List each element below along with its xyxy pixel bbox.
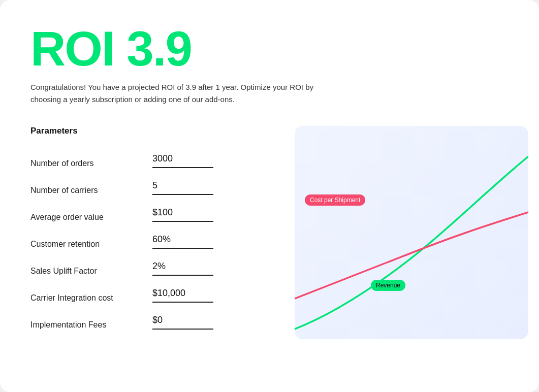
param-label-avg-order: Average order value	[30, 213, 152, 222]
param-label-impl-fees: Implementation Fees	[30, 320, 152, 330]
param-row-orders: Number of orders 3000	[30, 146, 274, 173]
param-value-wrapper-retention: 60%	[152, 234, 274, 249]
param-value-wrapper-carrier-cost: $10,000	[152, 288, 274, 303]
subtitle-text: Congratulations! You have a projected RO…	[30, 81, 345, 106]
revenue-label: Revenue	[371, 280, 405, 291]
param-value-wrapper-impl-fees: $0	[152, 315, 274, 330]
parameters-heading: Parameters	[30, 126, 274, 136]
main-card: ROI 3.9 Congratulations! You have a proj…	[0, 0, 539, 392]
param-value-uplift[interactable]: 2%	[152, 261, 213, 276]
param-row-uplift: Sales Uplift Factor 2%	[30, 254, 274, 281]
param-row-avg-order: Average order value $100	[30, 200, 274, 227]
param-value-retention[interactable]: 60%	[152, 234, 213, 249]
chart-section: Cost per Shipment Revenue	[295, 126, 528, 339]
param-label-carriers: Number of carriers	[30, 186, 152, 195]
param-value-impl-fees[interactable]: $0	[152, 315, 213, 330]
content-area: Parameters Number of orders 3000 Number …	[30, 126, 509, 339]
param-value-avg-order[interactable]: $100	[152, 207, 213, 222]
parameters-section: Parameters Number of orders 3000 Number …	[30, 126, 274, 335]
param-label-carrier-cost: Carrier Integration cost	[30, 293, 152, 303]
param-label-retention: Customer retention	[30, 240, 152, 249]
param-value-wrapper-carriers: 5	[152, 180, 274, 195]
param-row-carriers: Number of carriers 5	[30, 173, 274, 200]
param-value-orders[interactable]: 3000	[152, 153, 213, 168]
param-value-carriers[interactable]: 5	[152, 180, 213, 195]
param-row-retention: Customer retention 60%	[30, 227, 274, 254]
param-value-carrier-cost[interactable]: $10,000	[152, 288, 213, 303]
param-value-wrapper-avg-order: $100	[152, 207, 274, 222]
roi-title: ROI 3.9	[30, 24, 509, 73]
chart-svg	[295, 126, 528, 339]
param-row-carrier-cost: Carrier Integration cost $10,000	[30, 281, 274, 308]
param-label-orders: Number of orders	[30, 159, 152, 168]
param-value-wrapper-orders: 3000	[152, 153, 274, 168]
cost-per-shipment-label: Cost per Shipment	[305, 194, 365, 206]
param-label-uplift: Sales Uplift Factor	[30, 267, 152, 276]
param-row-impl-fees: Implementation Fees $0	[30, 308, 274, 335]
param-value-wrapper-uplift: 2%	[152, 261, 274, 276]
